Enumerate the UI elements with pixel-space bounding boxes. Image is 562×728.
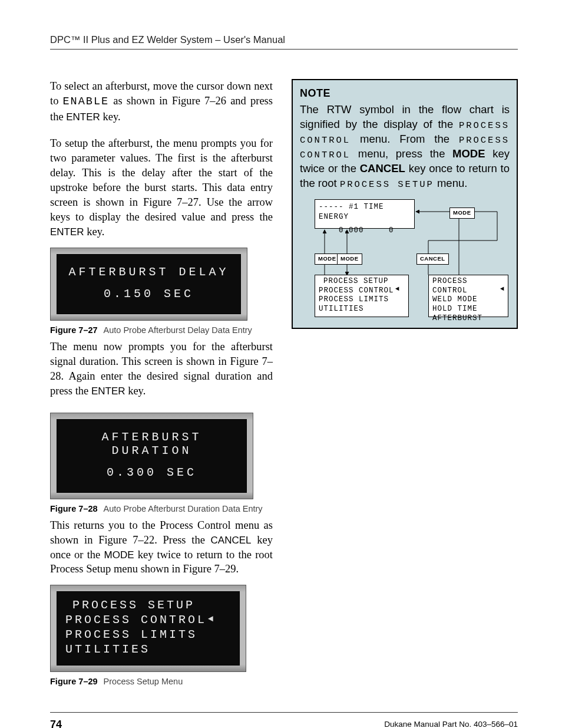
text: key.: [100, 111, 121, 123]
note-box: NOTE The RTW symbol in the flow chart is…: [292, 79, 518, 329]
flow-screen-top: ----- #1 TIME ENERGY 0.000 0: [315, 199, 415, 229]
text: key.: [125, 385, 146, 397]
cursor-icon: ◄: [500, 285, 504, 294]
key-enter: ENTER: [50, 226, 84, 238]
menu-line-3: PROCESS LIMITS: [65, 627, 231, 642]
page-footer: 74 Dukane Manual Part No. 403–566–01: [50, 712, 518, 728]
flow-menu-right: PROCESS CONTROL WELD MODE HOLD TIME AFTE…: [428, 275, 508, 317]
lcd-line-1: AFTERBURST DELAY: [59, 265, 238, 279]
right-column: NOTE The RTW symbol in the flow chart is…: [292, 79, 518, 691]
figure-7-29: PROCESS SETUP PROCESS CONTROL PROCESS LI…: [50, 585, 273, 686]
text: key.: [84, 226, 105, 238]
flow-button-mode: MODE: [337, 253, 362, 265]
figure-7-28: AFTERBURST DURATION 0.300 SEC Figure 7–2…: [50, 413, 273, 513]
lcd-line-2: 0.300 SEC: [59, 466, 244, 479]
page-header: DPC™ II Plus and EZ Welder System – User…: [50, 34, 518, 50]
menu-line-2: PROCESS CONTROL: [65, 612, 231, 627]
flow-top-row2: 0.000 0: [319, 226, 411, 236]
text: To setup the afterburst, the menu prompt…: [50, 137, 273, 223]
paragraph-2: To setup the afterburst, the menu prompt…: [50, 136, 273, 239]
lcd-line-2: 0.150 SEC: [59, 287, 238, 301]
note-heading: NOTE: [300, 86, 510, 100]
left-column: To select an afterburst, move the cursor…: [50, 79, 273, 691]
flow-button-mode: MODE: [315, 253, 340, 265]
key-enter: ENTER: [66, 111, 100, 123]
lcd-line-1: AFTERBURST DURATION: [59, 430, 244, 457]
flow-menu-left: PROCESS SETUP PROCESS CONTROL PROCESS LI…: [315, 275, 409, 317]
note-text: The RTW symbol in the flow chart is sign…: [300, 103, 510, 191]
figure-caption-28: Figure 7–28Auto Probe Afterburst Duratio…: [50, 504, 273, 513]
menu-cursor-icon: ◄: [208, 614, 213, 625]
key-mode: MODE: [104, 549, 134, 561]
text: The menu now prompts you for the afterbu…: [50, 341, 273, 397]
flow-top-row1: ----- #1 TIME ENERGY: [319, 202, 411, 222]
page-number: 74: [50, 719, 62, 728]
key-enable: ENABLE: [63, 95, 110, 108]
key-cancel: CANCEL: [211, 535, 252, 546]
cursor-icon: ◄: [395, 285, 399, 294]
flow-button-mode: MODE: [449, 207, 475, 219]
paragraph-1: To select an afterburst, move the cursor…: [50, 79, 273, 124]
paragraph-3: The menu now prompts you for the afterbu…: [50, 340, 273, 398]
menu-line-1: PROCESS SETUP: [65, 598, 231, 612]
key-enter: ENTER: [91, 386, 125, 397]
menu-line-4: UTILITIES: [65, 642, 231, 657]
flow-button-cancel: CANCEL: [416, 253, 449, 265]
flow-chart: ----- #1 TIME ENERGY 0.000 0 MODE MODE M…: [300, 199, 510, 319]
paragraph-4: This returns you to the Process Control …: [50, 518, 273, 577]
figure-caption-29: Figure 7–29Process Setup Menu: [50, 677, 273, 686]
figure-7-27: AFTERBURST DELAY 0.150 SEC Figure 7–27Au…: [50, 248, 273, 335]
figure-caption-27: Figure 7–27Auto Probe Afterburst Delay D…: [50, 325, 273, 335]
manual-part-number: Dukane Manual Part No. 403–566–01: [384, 719, 518, 728]
